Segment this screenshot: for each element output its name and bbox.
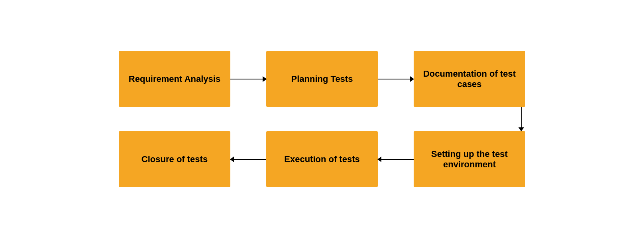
box-requirement-analysis: Requirement Analysis — [119, 51, 230, 107]
box-documentation: Documentation of test cases — [414, 51, 525, 107]
arrow-req-to-planning — [230, 79, 266, 79]
arrow-planning-to-doc — [378, 79, 414, 79]
bottom-row: Closure of tests Execution of tests Sett… — [119, 131, 525, 187]
box-requirement-analysis-label: Requirement Analysis — [129, 74, 220, 84]
box-execution-label: Execution of tests — [284, 154, 359, 165]
arrowhead-left-1 — [230, 157, 234, 162]
box-setting-up: Setting up the test environment — [414, 131, 525, 187]
vertical-arrow-row — [67, 107, 577, 131]
box-planning-tests: Planning Tests — [266, 51, 378, 107]
arrowhead-right-1 — [263, 76, 267, 82]
box-execution: Execution of tests — [266, 131, 378, 187]
box-closure-label: Closure of tests — [141, 154, 208, 165]
arrowhead-down — [518, 127, 524, 131]
arrowhead-right-2 — [410, 76, 414, 82]
box-planning-tests-label: Planning Tests — [291, 74, 353, 84]
arrow-v-line — [521, 107, 522, 131]
box-setting-up-label: Setting up the test environment — [420, 149, 519, 170]
arrow-setting-to-execution — [378, 159, 414, 160]
diagram-container: Requirement Analysis Planning Tests Docu… — [43, 51, 601, 187]
arrow-execution-to-closure — [230, 159, 266, 160]
arrowhead-left-2 — [377, 157, 381, 162]
top-row: Requirement Analysis Planning Tests Docu… — [119, 51, 525, 107]
arrow-v-container — [465, 107, 577, 131]
box-closure: Closure of tests — [119, 131, 230, 187]
box-documentation-label: Documentation of test cases — [420, 69, 519, 89]
